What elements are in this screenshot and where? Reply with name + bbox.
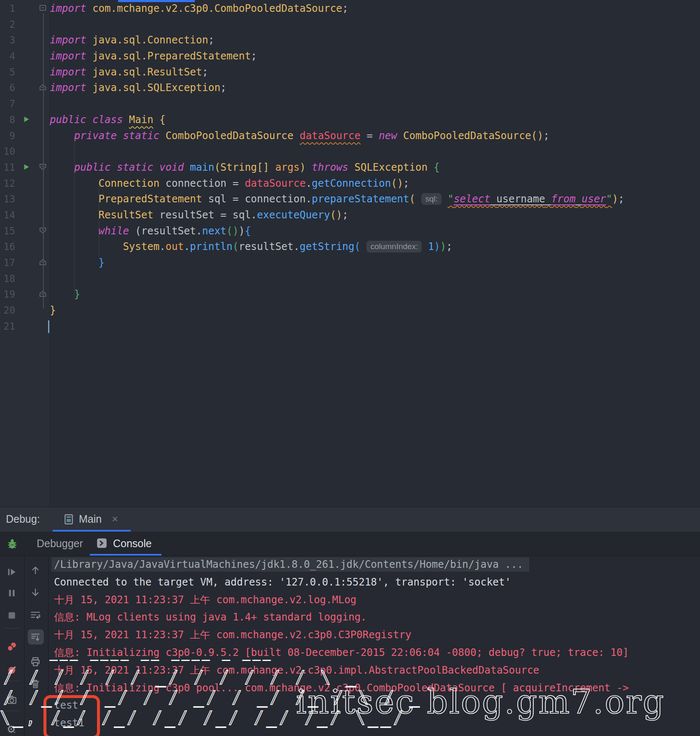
code-line: } (50, 287, 625, 303)
code-token: " (447, 193, 453, 205)
gutter-row: 9 (0, 128, 48, 144)
stop-icon[interactable] (6, 610, 17, 621)
line-number: 3 (0, 32, 15, 48)
code-line: } (50, 303, 625, 319)
code-token: from (551, 193, 576, 205)
selected-tab-underline (90, 554, 162, 556)
line-number: 8 (0, 112, 15, 128)
line-number: 19 (0, 287, 15, 303)
code-token: ( (214, 161, 220, 173)
gutter-row: 16 (0, 239, 48, 255)
code-token: ( (409, 193, 415, 205)
code-token: ; (403, 177, 409, 189)
soft-wrap-icon[interactable] (30, 610, 41, 620)
scroll-up-icon[interactable] (30, 564, 41, 575)
settings-icon: ⚙ (6, 723, 17, 734)
gutter-row: 6 (0, 80, 48, 96)
code-token: main (190, 161, 214, 173)
code-line (50, 17, 625, 33)
line-number: 14 (0, 207, 15, 223)
code-token: ; (221, 82, 226, 94)
clear-all-icon (30, 678, 41, 689)
gutter-row: 13 (0, 191, 48, 207)
code-token: private static (74, 130, 166, 142)
code-area[interactable]: import com.mchange.v2.c3p0.ComboPooledDa… (50, 1, 625, 334)
code-token: . (184, 241, 190, 252)
code-token: ComboPooledDataSource (166, 130, 300, 142)
mute-breakpoints-icon (6, 665, 17, 676)
code-token: () (391, 177, 403, 189)
debug-label: Debug: (6, 513, 40, 525)
code-token: sql = connection. (202, 193, 312, 205)
console-line-text: 信息: Initializing c3p0-0.9.5.2 [built 08-… (54, 647, 629, 658)
soft-wrap-icon (30, 610, 41, 620)
console-line-text: 十月 15, 2021 11:23:37 上午 com.mchange.v2.l… (54, 594, 356, 606)
gutter-row: 1 (0, 1, 48, 17)
code-token: = (361, 130, 379, 142)
inlay-hint: columnIndex: (366, 241, 422, 252)
gutter-rows: 123456789101112131415161718192021 (0, 1, 48, 334)
console-output[interactable]: /Library/Java/JavaVirtualMachines/jdk1.8… (54, 556, 699, 732)
code-token: println (190, 241, 232, 252)
line-number: 20 (0, 303, 15, 319)
line-number: 15 (0, 223, 15, 239)
console-line-text: Connected to the target VM, address: '12… (54, 576, 511, 588)
console-line-text: 十月 15, 2021 11:23:37 上午 com.mchange.v2.c… (54, 664, 539, 676)
code-token: } (99, 257, 105, 269)
code-token: java.sql.ResultSet (86, 66, 202, 78)
underlined-token-group: "select username from user" (447, 193, 612, 205)
code-line: import java.sql.PreparedStatement; (50, 48, 625, 64)
code-line: ResultSet resultSet = sql.executeQuery()… (50, 207, 625, 223)
mute-breakpoints-icon[interactable] (6, 665, 17, 676)
console-line: /Library/Java/JavaVirtualMachines/jdk1.8… (54, 556, 699, 574)
gutter-row: 15 (0, 223, 48, 239)
code-token: import (50, 50, 86, 62)
gutter-row: 20 (0, 303, 48, 319)
scroll-down-icon[interactable] (30, 587, 41, 598)
line-number: 7 (0, 96, 15, 112)
gutter-separator (48, 0, 48, 507)
gutter-row: 19 (0, 287, 48, 303)
ide-window: 123456789101112131415161718192021 import… (0, 0, 700, 736)
indent-guide (99, 182, 99, 257)
resume-icon[interactable] (6, 567, 17, 578)
code-token: executeQuery (257, 209, 330, 221)
code-line: System.out.println(resultSet.getString( … (50, 239, 625, 255)
console-line-text: 信息: MLog clients using java 1.4+ standar… (54, 611, 367, 623)
indent-guide (74, 134, 75, 298)
run-line-icon[interactable] (22, 115, 31, 124)
clear-all-icon[interactable] (30, 678, 41, 689)
code-editor[interactable]: 123456789101112131415161718192021 import… (0, 0, 700, 507)
line-number: 4 (0, 48, 15, 64)
tab-console-label: Console (113, 537, 152, 550)
line-number: 6 (0, 80, 15, 96)
debug-toolbar: Debugger Console (0, 532, 700, 556)
code-token: while (99, 225, 129, 237)
code-token: getString (299, 241, 354, 252)
thread-dump-icon[interactable] (6, 694, 17, 705)
close-icon[interactable]: × (112, 513, 118, 526)
console-line: 信息: Initializing c3p0-0.9.5.2 [built 08-… (54, 644, 699, 662)
thread-dump-icon (6, 694, 17, 705)
fold-marker-icon[interactable] (38, 4, 48, 13)
gutter-row: 7 (0, 96, 48, 112)
text-caret (48, 320, 49, 333)
print-icon[interactable] (30, 656, 41, 667)
console-panel: ⚙ /Library/Java/JavaVirtualMachines/jdk1… (0, 556, 700, 736)
settings-icon[interactable]: ⚙ (6, 723, 17, 734)
debug-session-tab-main[interactable]: Main × (53, 507, 131, 532)
pause-icon[interactable] (6, 588, 17, 599)
code-token: connection = (159, 177, 245, 189)
code-token: public class (50, 114, 129, 126)
code-line (50, 319, 625, 335)
tab-debugger[interactable]: Debugger (37, 537, 83, 550)
run-line-icon[interactable] (22, 163, 31, 172)
gutter-row: 12 (0, 176, 48, 192)
code-line: public static void main(String[] args) t… (50, 160, 625, 176)
annotation-highlight-box (43, 695, 100, 736)
view-breakpoints-icon[interactable] (6, 641, 17, 652)
code-token: ) (299, 161, 305, 173)
code-token: ) (434, 241, 440, 252)
scroll-to-end-icon[interactable] (30, 632, 41, 643)
code-token: . (159, 241, 165, 252)
